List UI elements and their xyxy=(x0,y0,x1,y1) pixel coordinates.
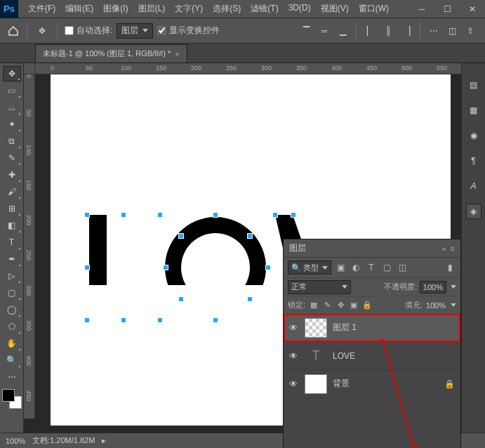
path-select-tool[interactable]: ▷ xyxy=(3,268,21,284)
pen-tool[interactable]: ✒ xyxy=(3,251,21,267)
fill-input[interactable]: 100% xyxy=(426,301,446,310)
menu-image[interactable]: 图像(I) xyxy=(99,0,132,18)
menu-filter[interactable]: 滤镜(T) xyxy=(246,0,282,18)
type-tool[interactable]: T xyxy=(3,235,21,250)
rectangle-tool[interactable]: ▢ xyxy=(3,285,21,301)
panel-menu-icon[interactable]: ≡ xyxy=(451,244,455,253)
lock-indicator-icon: 🔒 xyxy=(444,379,455,389)
paragraph-panel-icon[interactable]: ¶ xyxy=(466,153,481,169)
filter-adjustment-icon[interactable]: ◐ xyxy=(350,261,362,274)
zoom-level[interactable]: 100% xyxy=(6,437,25,445)
layer-row[interactable]: 👁 背景 🔒 xyxy=(284,370,460,398)
ruler-horizontal[interactable]: 0 50 100 150 200 250 300 350 400 450 500… xyxy=(35,63,461,74)
menu-layer[interactable]: 图层(L) xyxy=(134,0,170,18)
layer-row[interactable]: 👁 T LOVE xyxy=(284,342,460,370)
layers-panel-header[interactable]: 图层 » ≡ xyxy=(284,239,460,258)
polygon-tool[interactable]: ⬠ xyxy=(3,319,21,334)
healing-tool[interactable]: ✚ xyxy=(3,167,21,183)
layer-filter-row: 🔍类型 ▣ ◐ T ▢ ◫ ▮ xyxy=(284,258,460,277)
lock-all-icon[interactable]: 🔒 xyxy=(362,301,372,310)
align-top-icon[interactable]: ▔ xyxy=(298,23,314,39)
menubar: 文件(F) 编辑(E) 图像(I) 图层(L) 文字(Y) 选择(S) 滤镜(T… xyxy=(24,0,393,18)
align-right-icon[interactable]: ▕ xyxy=(399,23,414,39)
more-options-icon[interactable]: ⋯ xyxy=(426,23,441,39)
color-swatches[interactable] xyxy=(2,389,22,409)
foreground-color-swatch[interactable] xyxy=(2,389,15,402)
eraser-tool[interactable]: ◧ xyxy=(3,218,21,233)
menu-view[interactable]: 视图(V) xyxy=(317,0,353,18)
opacity-label: 不透明度: xyxy=(384,282,417,292)
brush-tool[interactable]: 🖌 xyxy=(3,184,21,199)
stamp-tool[interactable]: ⊞ xyxy=(3,201,21,216)
lock-transparency-icon[interactable]: ▩ xyxy=(309,301,319,310)
marquee-tool[interactable]: ▭ xyxy=(3,83,21,98)
lock-artboard-icon[interactable]: ▣ xyxy=(349,301,359,310)
lock-row: 锁定: ▩ ✎ ✥ ▣ 🔒 填充: 100% xyxy=(284,296,460,314)
layer-thumbnail[interactable] xyxy=(305,318,327,338)
ruler-origin[interactable] xyxy=(24,63,35,74)
lock-position-icon[interactable]: ✥ xyxy=(335,301,345,310)
move-tool-icon[interactable]: ✥ xyxy=(34,23,50,39)
layer-name[interactable]: LOVE xyxy=(333,351,355,361)
show-transform-checkbox[interactable]: 显示变换控件 xyxy=(157,25,220,37)
document-tab[interactable]: 未标题-1 @ 100% (图层 1, RGB/8#) * × xyxy=(35,44,187,62)
crop-tool[interactable]: ⧉ xyxy=(3,133,21,149)
auto-select-target-dropdown[interactable]: 图层 xyxy=(117,23,153,39)
filter-shape-icon[interactable]: ▢ xyxy=(380,261,393,274)
tools-panel: ✥ ▭ ⌓ ✦ ⧉ ✎ ✚ 🖌 ⊞ ◧ T ✒ ▷ ▢ ◯ ⬠ ✋ 🔍 ⋯ xyxy=(0,63,24,433)
align-vcenter-icon[interactable]: ═ xyxy=(317,23,332,39)
filter-type-dropdown[interactable]: 🔍类型 xyxy=(288,261,331,275)
lock-pixels-icon[interactable]: ✎ xyxy=(322,301,332,310)
visibility-toggle-icon[interactable]: 👁 xyxy=(289,351,299,361)
menu-3d[interactable]: 3D(D) xyxy=(284,0,315,18)
quick-select-tool[interactable]: ✦ xyxy=(3,117,21,132)
collapse-panel-icon[interactable]: » xyxy=(441,244,446,253)
visibility-toggle-icon[interactable]: 👁 xyxy=(289,379,299,389)
3d-mode-icon[interactable]: ◫ xyxy=(444,23,460,39)
hand-tool[interactable]: ✋ xyxy=(3,336,21,351)
blend-mode-dropdown[interactable]: 正常 xyxy=(288,280,351,294)
zoom-tool[interactable]: 🔍 xyxy=(3,353,21,368)
swatches-panel-icon[interactable]: ▦ xyxy=(466,103,481,118)
layer-name[interactable]: 图层 1 xyxy=(333,322,357,334)
filter-pixel-icon[interactable]: ▣ xyxy=(334,261,347,274)
app-logo: Ps xyxy=(0,0,18,18)
visibility-toggle-icon[interactable]: 👁 xyxy=(289,323,299,333)
document-info[interactable]: 文档:1.20M/1.82M xyxy=(32,435,95,446)
edit-toolbar-icon[interactable]: ⋯ xyxy=(3,369,21,385)
align-bottom-icon[interactable]: ▁ xyxy=(335,23,350,39)
menu-type[interactable]: 文字(Y) xyxy=(171,0,207,18)
menu-edit[interactable]: 编辑(E) xyxy=(61,0,98,18)
align-left-icon[interactable]: ▏ xyxy=(362,23,378,39)
ellipse-tool[interactable]: ◯ xyxy=(3,302,21,317)
color-panel-icon[interactable]: ◉ xyxy=(466,128,481,143)
character-panel-icon[interactable]: A xyxy=(466,178,481,194)
layer-thumbnail[interactable]: T xyxy=(305,346,327,366)
layer-thumbnail[interactable] xyxy=(305,374,327,394)
close-button[interactable]: ✕ xyxy=(460,0,485,18)
layers-panel-icon[interactable]: ◈ xyxy=(466,204,481,219)
filter-smart-icon[interactable]: ◫ xyxy=(396,261,408,274)
opacity-input[interactable]: 100% xyxy=(420,281,446,294)
home-icon[interactable] xyxy=(7,25,20,37)
history-panel-icon[interactable]: ▤ xyxy=(466,77,481,93)
status-caret-icon[interactable]: ▸ xyxy=(102,436,106,445)
layer-name[interactable]: 背景 xyxy=(333,378,350,390)
menu-select[interactable]: 选择(S) xyxy=(208,0,245,18)
lasso-tool[interactable]: ⌓ xyxy=(3,100,21,115)
menu-window[interactable]: 窗口(W) xyxy=(354,0,393,18)
layer-row[interactable]: 👁 图层 1 xyxy=(284,314,460,342)
filter-toggle-icon[interactable]: ▮ xyxy=(444,261,456,274)
eyedropper-tool[interactable]: ✎ xyxy=(3,150,21,166)
maximize-button[interactable]: ☐ xyxy=(434,0,460,18)
move-tool[interactable]: ✥ xyxy=(3,66,21,81)
menu-file[interactable]: 文件(F) xyxy=(24,0,60,18)
align-hcenter-icon[interactable]: ║ xyxy=(380,23,396,39)
filter-type-icon[interactable]: T xyxy=(365,261,378,274)
share-icon[interactable]: ⇪ xyxy=(463,23,478,39)
auto-select-checkbox[interactable]: 自动选择: xyxy=(65,25,112,37)
tab-close-icon[interactable]: × xyxy=(175,50,179,58)
lock-label: 锁定: xyxy=(288,300,305,310)
minimize-button[interactable]: ─ xyxy=(409,0,434,18)
ruler-vertical[interactable]: 0 50 100 150 200 250 300 350 400 450 xyxy=(24,74,35,419)
